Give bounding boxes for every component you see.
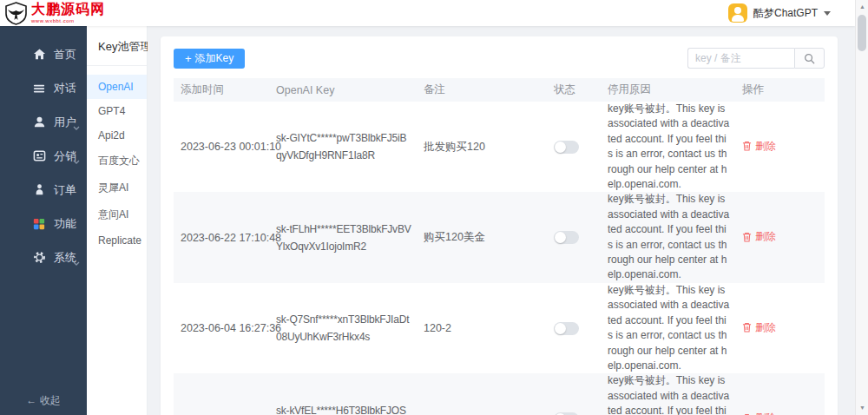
- submenu-item-gpt4[interactable]: GPT4: [87, 99, 147, 123]
- sidebar-item-label: 首页: [54, 47, 76, 63]
- submenu-items: OpenAI GPT4 Api2d 百度文心 灵犀AI 意间AI Replica…: [87, 66, 147, 253]
- distribution-icon: [32, 149, 46, 163]
- search-input[interactable]: [687, 48, 794, 69]
- col-header-status: 状态: [547, 82, 601, 97]
- sidebar-item-features[interactable]: 功能: [0, 207, 87, 240]
- submenu-item-yijian[interactable]: 意间AI: [87, 201, 147, 228]
- delete-label: 删除: [755, 229, 776, 244]
- scroll-down-arrow-icon[interactable]: ▼: [856, 402, 868, 414]
- toggle-knob: [555, 232, 566, 243]
- row-status: [547, 141, 601, 154]
- brand-logo[interactable]: 大鹏源码网 www.wxbbt.com: [0, 2, 105, 25]
- user-avatar: [728, 3, 747, 23]
- row-remark: 批发购买120: [417, 140, 547, 155]
- brand-url: www.wxbbt.com: [31, 18, 105, 23]
- topbar: 大鹏源码网 www.wxbbt.com 酷梦ChatGPT: [0, 0, 855, 26]
- username: 酷梦ChatGPT: [753, 6, 818, 21]
- submenu-item-lingxi[interactable]: 灵犀AI: [87, 175, 147, 201]
- chevron-down-icon: [73, 255, 80, 268]
- eagle-shield-icon: [4, 2, 28, 25]
- sidebar-item-label: 订单: [54, 182, 76, 198]
- col-header-reason: 停用原因: [601, 82, 735, 97]
- user-icon: [32, 115, 46, 129]
- features-grid-icon: [32, 217, 46, 231]
- main-nav: 首页 对话 用户 分销: [0, 26, 87, 274]
- main-sidebar: 首页 对话 用户 分销: [0, 26, 87, 415]
- table-row: 2023-06-04 16:27:36 sk-Q7Snf*****xnT3Blb…: [174, 283, 825, 373]
- delete-label: 删除: [755, 320, 776, 335]
- submenu-item-openai[interactable]: OpenAI: [87, 75, 147, 99]
- col-header-actions: 操作: [735, 82, 818, 97]
- row-time: 2023-06-22 17:10:48: [174, 232, 269, 244]
- magnifier-icon: [804, 53, 815, 64]
- submenu-title: Key池管理: [87, 26, 147, 66]
- row-disable-reason: key账号被封。This key is associated with a de…: [601, 373, 735, 415]
- delete-label: 删除: [755, 139, 776, 154]
- home-icon: [32, 48, 46, 62]
- add-key-button[interactable]: + 添加Key: [174, 49, 245, 69]
- brand-name: 大鹏源码网: [31, 3, 105, 16]
- chevron-down-icon: [824, 11, 831, 16]
- scroll-up-arrow-icon[interactable]: ▲: [856, 1, 868, 13]
- add-key-label: 添加Key: [195, 51, 234, 66]
- scrollbar-thumb[interactable]: [858, 15, 866, 51]
- main-content: + 添加Key 添加时间 OpenAI Key 备注 状态 停用原因 操作: [148, 26, 855, 415]
- row-disable-reason: key账号被封。This key is associated with a de…: [601, 192, 735, 282]
- row-disable-reason: key账号被封。This key is associated with a de…: [601, 102, 735, 192]
- sidebar-item-home[interactable]: 首页: [0, 37, 87, 71]
- row-key: sk-Q7Snf*****xnT3BlbkFJIaDt08UyUhKwF3rHk…: [269, 311, 417, 346]
- row-key: sk-tFLhH*****EET3BlbkFJvBVYlxOqvXv1IojoI…: [269, 221, 417, 255]
- row-time: 2023-06-23 00:01:10: [174, 141, 269, 153]
- window-scrollbar[interactable]: ▲ ▼: [855, 0, 868, 415]
- delete-button[interactable]: 删除: [742, 139, 776, 154]
- delete-button[interactable]: 删除: [742, 320, 776, 335]
- delete-button[interactable]: 删除: [742, 411, 776, 415]
- status-toggle[interactable]: [554, 141, 579, 154]
- sidebar-item-label: 对话: [54, 81, 76, 96]
- chat-list-icon: [32, 82, 46, 96]
- sidebar-item-orders[interactable]: 订单: [0, 173, 87, 207]
- delete-button[interactable]: 删除: [742, 229, 776, 244]
- submenu-item-replicate[interactable]: Replicate: [87, 228, 147, 253]
- sidebar-item-label: 功能: [54, 216, 76, 232]
- sidebar-collapse-button[interactable]: ← 收起: [0, 393, 87, 408]
- row-key: sk-kVfEL*****H6T3BlbkFJOSe2twG47WDea86VF…: [269, 402, 417, 415]
- trash-icon: [742, 232, 752, 242]
- sidebar-item-chat[interactable]: 对话: [0, 71, 87, 105]
- row-time: 2023-06-04 16:27:36: [174, 322, 269, 334]
- table-header-row: 添加时间 OpenAI Key 备注 状态 停用原因 操作: [174, 78, 825, 102]
- row-remark: 购买120美金: [417, 230, 547, 245]
- key-pool-submenu: Key池管理 OpenAI GPT4 Api2d 百度文心 灵犀AI 意间AI …: [87, 26, 148, 415]
- toggle-knob: [555, 323, 566, 334]
- col-header-remark: 备注: [417, 82, 547, 97]
- table-row: 2023-06-02 20:28:38 sk-kVfEL*****H6T3Blb…: [174, 373, 825, 415]
- search-box: [687, 48, 825, 69]
- sidebar-item-users[interactable]: 用户: [0, 105, 87, 139]
- search-button[interactable]: [794, 48, 825, 69]
- row-status: [547, 231, 601, 244]
- submenu-item-api2d[interactable]: Api2d: [87, 123, 147, 148]
- table-toolbar: + 添加Key: [161, 36, 838, 78]
- sidebar-item-system[interactable]: 系统: [0, 240, 87, 274]
- row-remark: 120-2: [417, 322, 547, 334]
- submenu-item-baidu[interactable]: 百度文心: [87, 148, 147, 175]
- chevron-down-icon: [73, 154, 80, 167]
- delete-label: 删除: [755, 411, 776, 415]
- col-header-time: 添加时间: [174, 82, 269, 97]
- toggle-knob: [555, 142, 566, 153]
- status-toggle[interactable]: [554, 231, 579, 244]
- table-row: 2023-06-23 00:01:10 sk-GIYtC*****pwT3Blb…: [174, 102, 825, 192]
- table-row: 2023-06-22 17:10:48 sk-tFLhH*****EET3Blb…: [174, 192, 825, 282]
- row-status: [547, 322, 601, 335]
- plus-icon: +: [185, 53, 192, 64]
- row-key: sk-GIYtC*****pwT3BlbkFJ5iBqyVkDfgH9RNF1I…: [269, 129, 417, 164]
- trash-icon: [742, 322, 752, 333]
- status-toggle[interactable]: [554, 322, 579, 335]
- row-disable-reason: key账号被封。This key is associated with a de…: [601, 283, 735, 373]
- key-table-card: + 添加Key 添加时间 OpenAI Key 备注 状态 停用原因 操作: [161, 36, 838, 415]
- col-header-key: OpenAI Key: [269, 84, 417, 96]
- chevron-down-icon: [73, 120, 80, 133]
- user-menu[interactable]: 酷梦ChatGPT: [728, 3, 855, 23]
- sidebar-item-distribution[interactable]: 分销: [0, 139, 87, 173]
- order-icon: [32, 183, 46, 197]
